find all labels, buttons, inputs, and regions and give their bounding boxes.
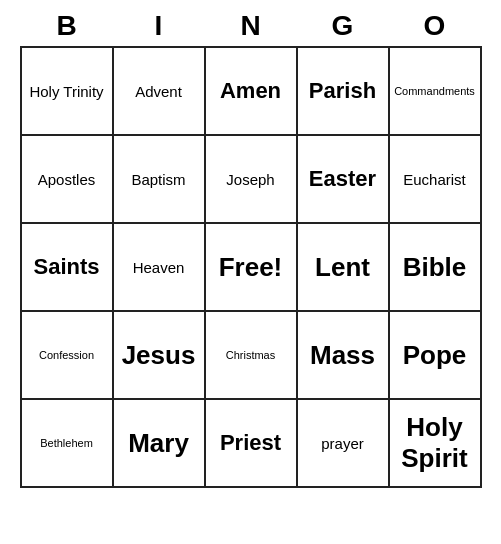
cell-r2-c4: Bible — [390, 224, 482, 312]
cell-r1-c1: Baptism — [114, 136, 206, 224]
cell-r3-c3: Mass — [298, 312, 390, 400]
cell-r4-c2: Priest — [206, 400, 298, 488]
cell-r1-c3: Easter — [298, 136, 390, 224]
cell-text: Joseph — [226, 171, 274, 188]
cell-text: Amen — [220, 78, 281, 104]
cell-r1-c0: Apostles — [22, 136, 114, 224]
header-letter: G — [297, 10, 389, 42]
cell-text: Mary — [128, 428, 189, 459]
cell-text: Holy Trinity — [29, 83, 103, 100]
bingo-grid: Holy TrinityAdventAmenParishCommandments… — [20, 46, 482, 488]
cell-text: Holy Spirit — [394, 412, 476, 474]
cell-text: Apostles — [38, 171, 96, 188]
header-letter: N — [205, 10, 297, 42]
cell-r0-c1: Advent — [114, 48, 206, 136]
cell-text: Free! — [219, 252, 283, 283]
cell-text: Commandments — [394, 85, 475, 97]
cell-r2-c2: Free! — [206, 224, 298, 312]
cell-r4-c1: Mary — [114, 400, 206, 488]
cell-text: Confession — [39, 349, 94, 361]
header-letter: B — [21, 10, 113, 42]
cell-text: Baptism — [131, 171, 185, 188]
cell-r3-c2: Christmas — [206, 312, 298, 400]
header-letter: I — [113, 10, 205, 42]
cell-r3-c1: Jesus — [114, 312, 206, 400]
cell-r1-c4: Eucharist — [390, 136, 482, 224]
cell-text: Bible — [403, 252, 467, 283]
cell-text: Mass — [310, 340, 375, 371]
cell-r0-c3: Parish — [298, 48, 390, 136]
cell-r4-c3: prayer — [298, 400, 390, 488]
cell-r2-c3: Lent — [298, 224, 390, 312]
cell-r3-c4: Pope — [390, 312, 482, 400]
cell-text: Heaven — [133, 259, 185, 276]
cell-text: Easter — [309, 166, 376, 192]
header-letter: O — [389, 10, 481, 42]
cell-r0-c0: Holy Trinity — [22, 48, 114, 136]
cell-text: Saints — [33, 254, 99, 280]
cell-r4-c0: Bethlehem — [22, 400, 114, 488]
cell-r0-c2: Amen — [206, 48, 298, 136]
cell-text: Jesus — [122, 340, 196, 371]
cell-text: prayer — [321, 435, 364, 452]
cell-text: Lent — [315, 252, 370, 283]
cell-text: Christmas — [226, 349, 276, 361]
bingo-header: BINGO — [21, 10, 481, 42]
cell-r3-c0: Confession — [22, 312, 114, 400]
cell-r2-c1: Heaven — [114, 224, 206, 312]
cell-text: Eucharist — [403, 171, 466, 188]
cell-r1-c2: Joseph — [206, 136, 298, 224]
cell-r0-c4: Commandments — [390, 48, 482, 136]
cell-text: Parish — [309, 78, 376, 104]
cell-r2-c0: Saints — [22, 224, 114, 312]
cell-r4-c4: Holy Spirit — [390, 400, 482, 488]
cell-text: Bethlehem — [40, 437, 93, 449]
cell-text: Advent — [135, 83, 182, 100]
cell-text: Priest — [220, 430, 281, 456]
cell-text: Pope — [403, 340, 467, 371]
